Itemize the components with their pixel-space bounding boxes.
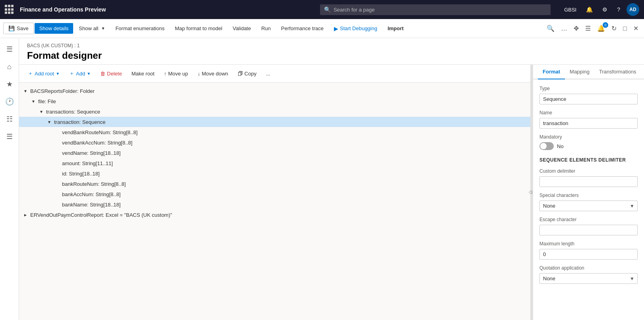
tree-item[interactable]: ▼BACSReportsFolder: Folder xyxy=(19,86,530,96)
save-label: Save xyxy=(17,25,29,31)
add-root-button[interactable]: ＋ Add root ▼ xyxy=(24,68,64,79)
tree-item[interactable]: ▼transactions: Sequence xyxy=(19,106,530,117)
tree-item[interactable]: bankAccNum: String[8..8] xyxy=(19,189,530,199)
format-enumerations-label: Format enumerations xyxy=(115,25,165,31)
expand-icon[interactable] xyxy=(54,201,60,208)
properties-panel: FormatMappingTransformationsValidations … xyxy=(533,65,644,320)
quotation-select[interactable]: NoneAll text valuesWhen mandatory xyxy=(539,273,638,284)
modules-button[interactable]: ☰ xyxy=(2,129,17,145)
validate-button[interactable]: Validate xyxy=(228,23,256,34)
tab-mapping[interactable]: Mapping xyxy=(565,65,594,79)
add-chevron: ▼ xyxy=(87,71,91,76)
type-input[interactable] xyxy=(539,94,638,104)
hamburger-sidebar-button[interactable]: ☰ xyxy=(2,41,17,57)
performance-trace-button[interactable]: Performance trace xyxy=(276,23,328,34)
tree-item[interactable]: amount: String[11..11] xyxy=(19,158,530,168)
copy-button[interactable]: 🗍 Copy xyxy=(234,69,260,79)
waffle-menu-icon[interactable] xyxy=(5,5,14,14)
copy-label: Copy xyxy=(244,71,256,77)
page-title: Format designer xyxy=(27,50,636,61)
tree-item[interactable]: id: String[18..18] xyxy=(19,168,530,179)
expand-icon[interactable]: ▼ xyxy=(30,98,37,104)
expand-icon[interactable]: ▼ xyxy=(22,88,29,94)
tab-transformations[interactable]: Transformations xyxy=(594,65,641,79)
expand-icon[interactable] xyxy=(54,170,60,177)
add-button[interactable]: ＋ Add ▼ xyxy=(65,68,95,79)
properties-tabs: FormatMappingTransformationsValidations xyxy=(533,65,644,79)
more-button[interactable]: ... xyxy=(262,69,274,79)
escape-char-group: Escape character xyxy=(539,217,638,235)
map-format-button[interactable]: Map format to model xyxy=(170,23,227,34)
close-button[interactable]: ✕ xyxy=(631,23,641,34)
escape-char-input[interactable] xyxy=(539,225,638,235)
mandatory-toggle[interactable] xyxy=(539,142,554,150)
refresh-button[interactable]: ↻ xyxy=(609,23,619,34)
tab-validations[interactable]: Validations xyxy=(641,65,644,79)
tree-item[interactable]: vendBankRouteNum: String[8..8] xyxy=(19,127,530,137)
tree-container: ▼BACSReportsFolder: Folder▼file: File▼tr… xyxy=(19,83,530,320)
tree-item[interactable]: bankRouteNum: String[8..8] xyxy=(19,179,530,189)
expand-icon[interactable]: ▼ xyxy=(46,119,52,125)
tree-item-label: ERVendOutPaymControlReport: Excel = "BAC… xyxy=(30,212,527,218)
tree-item[interactable]: bankName: String[18..18] xyxy=(19,199,530,210)
app-title: Finance and Operations Preview xyxy=(20,6,106,13)
expand-icon[interactable] xyxy=(54,191,60,197)
workspaces-button[interactable]: ☷ xyxy=(2,111,17,127)
start-debugging-button[interactable]: ▶ Start Debugging xyxy=(329,23,382,34)
tree-item[interactable]: ▼transaction: Sequence xyxy=(19,117,530,127)
tab-format[interactable]: Format xyxy=(538,65,565,79)
expand-icon[interactable]: ▼ xyxy=(38,108,45,115)
avatar[interactable]: AD xyxy=(627,3,639,16)
tree-item[interactable]: ►ERVendOutPaymControlReport: Excel = "BA… xyxy=(19,210,530,220)
tree-item[interactable]: vendBankAccNum: String[8..8] xyxy=(19,137,530,148)
recent-button[interactable]: 🕐 xyxy=(2,94,17,110)
home-button[interactable]: ⌂ xyxy=(2,59,17,75)
special-chars-group: Special characters NoneCR+LFLFCR ▼ xyxy=(539,193,638,211)
tree-item-label: BACSReportsFolder: Folder xyxy=(30,88,527,94)
more-options-button[interactable]: … xyxy=(559,23,570,34)
max-length-input[interactable] xyxy=(539,249,638,260)
help-button[interactable]: ? xyxy=(614,5,623,14)
tree-item-label: vendBankRouteNum: String[8..8] xyxy=(62,129,527,135)
grid-view-button[interactable]: ✥ xyxy=(571,23,581,34)
mandatory-value: No xyxy=(557,143,564,149)
save-button[interactable]: 💾 Save xyxy=(3,23,34,34)
tree-item-label: transaction: Sequence xyxy=(54,119,527,125)
expand-icon[interactable] xyxy=(54,150,60,156)
expand-icon[interactable]: ► xyxy=(22,212,29,218)
show-details-button[interactable]: Show details xyxy=(35,23,74,34)
settings-button[interactable]: ⚙ xyxy=(599,5,611,14)
custom-delimiter-input[interactable] xyxy=(539,176,638,187)
expand-icon[interactable] xyxy=(54,181,60,187)
type-label: Type xyxy=(539,86,638,91)
expand-icon[interactable] xyxy=(54,129,60,135)
delete-button[interactable]: 🗑 Delete xyxy=(96,69,126,79)
special-chars-select[interactable]: NoneCR+LFLFCR xyxy=(539,200,638,211)
name-input[interactable] xyxy=(539,118,638,129)
notifications-button[interactable]: 🔔 xyxy=(583,5,596,14)
tree-item[interactable]: ▼file: File xyxy=(19,96,530,106)
search-button[interactable]: 🔍 xyxy=(544,23,557,34)
save-icon: 💾 xyxy=(8,25,15,31)
region-label[interactable]: GBSI xyxy=(561,5,580,14)
map-format-label: Map format to model xyxy=(175,25,222,31)
search-input[interactable] xyxy=(320,4,551,15)
import-button[interactable]: Import xyxy=(383,23,408,34)
tree-item-label: bankRouteNum: String[8..8] xyxy=(62,181,527,187)
make-root-button[interactable]: Make root xyxy=(128,69,159,79)
show-all-button[interactable]: Show all ▼ xyxy=(74,23,110,34)
favorites-button[interactable]: ★ xyxy=(2,76,17,92)
main-layout: ☰ ⌂ ★ 🕐 ☷ ☰ BACS (UK CUSTOM) : 1 Format … xyxy=(0,38,644,320)
run-button[interactable]: Run xyxy=(256,23,275,34)
expand-icon[interactable] xyxy=(54,160,60,166)
performance-trace-label: Performance trace xyxy=(281,25,324,31)
tree-item[interactable]: vendName: String[18..18] xyxy=(19,148,530,158)
type-group: Type xyxy=(539,86,638,104)
sidebar-collapse-button[interactable]: ☰ xyxy=(583,23,593,34)
expand-icon[interactable] xyxy=(54,139,60,146)
left-sidebar: ☰ ⌂ ★ 🕐 ☷ ☰ xyxy=(0,38,19,320)
fullscreen-button[interactable]: □ xyxy=(621,23,629,34)
move-up-button[interactable]: ↑ Move up xyxy=(160,69,192,79)
format-enumerations-button[interactable]: Format enumerations xyxy=(111,23,169,34)
move-down-button[interactable]: ↓ Move down xyxy=(194,69,232,79)
